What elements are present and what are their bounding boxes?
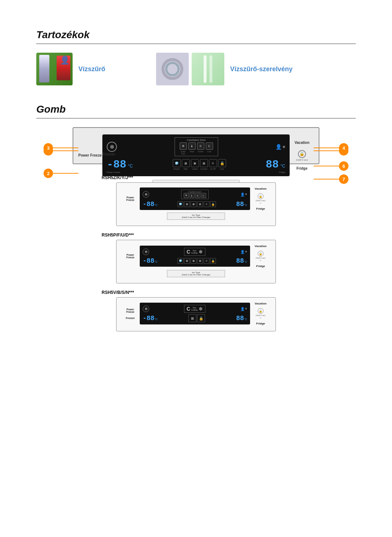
sub-csz-i1-rsh5z: ❄ xyxy=(184,193,189,198)
sub-top-row-rsh5p: PowerFreeze ❄ C Twin Cooling xyxy=(122,245,270,268)
number-6: 6 xyxy=(339,161,348,171)
sub-tc-text-rsh5p: Twin Cooling xyxy=(191,250,197,254)
annotation-2: 2 xyxy=(44,169,78,178)
sub-tc-c-rsh5p: C xyxy=(187,249,190,255)
sub-mi2-rsh5z: ▦ xyxy=(184,201,190,207)
arrow-line-2 xyxy=(53,173,78,174)
sub-temp-left-val-rsh5v: -88 xyxy=(143,315,154,322)
sub-lock-arrow-rsh5v: ↵ xyxy=(260,317,261,319)
sub-mi1-rsh5v: ▦ xyxy=(188,314,196,322)
pipe-images xyxy=(156,53,224,85)
model-rsh5v-label: RSH5V/B/S/N*** xyxy=(102,290,356,295)
sub-top-row-rsh5z: PowerFreeze ❄ CoolSelect Zone ❄ 🌡 0 xyxy=(122,187,270,210)
sub-lock-icon-rsh5z: 🔒 xyxy=(258,193,264,199)
annotation-3: 3 xyxy=(44,143,78,153)
csz-label-thaw: Thaw xyxy=(188,150,196,155)
accessory-filter: 👤 Vízszűrő xyxy=(36,53,105,85)
bottom-label-fridge: Fridge xyxy=(279,171,285,173)
annotation-7: 7 xyxy=(314,174,348,184)
filter-image: 👤 xyxy=(36,53,73,85)
sub-lock-area-rsh5p: 🔒 (Hold 3 sec) ↵ xyxy=(256,251,266,262)
sub-mi1-rsh5z: 🧊 xyxy=(177,201,183,207)
sub-vac-person-rsh5p: 👤 xyxy=(240,250,245,254)
sub-vacation-rsh5z: Vacation xyxy=(255,187,267,190)
fridge-label: Fridge xyxy=(297,166,308,171)
sub-temp-right-val-rsh5z: 88 xyxy=(236,201,244,208)
sub-vac-icon-rsh5z: 👤 ❄ xyxy=(240,193,247,197)
sub-power-freeze-rsh5z: PowerFreeze xyxy=(122,196,138,201)
sub-fridge-rsh5z: Fridge xyxy=(256,207,265,210)
sub-temp-right-val-rsh5v: 88 xyxy=(236,315,244,322)
model-rsh5z-section: RSH5Z/K/Y/J*** PowerFreeze ❄ CoolSelect … xyxy=(36,175,356,226)
sub-left-temp-rsh5z: -88°C xyxy=(143,201,158,208)
mi-label-crushed: Crushed xyxy=(200,168,208,170)
sub-tc-arrow-rsh5p: ❄ xyxy=(199,249,203,255)
sub-hold3sec-rsh5v: (Hold 3 sec) xyxy=(256,314,266,316)
coolselect-zone-box: CoolSelect Zone ❄ 🌡 0 C Quick Cool Thaw xyxy=(175,137,218,156)
sub-temp-right-deg-rsh5v: °C xyxy=(244,318,247,321)
sub-tc-cooling-rsh5p: Cooling xyxy=(191,252,197,254)
csz-icons-row: ❄ 🌡 0 C xyxy=(178,142,215,150)
sub-mi3-rsh5p: ▣ xyxy=(191,258,196,264)
vacation-label: Vacation xyxy=(294,140,309,145)
sub-mi3-rsh5z: ▣ xyxy=(191,201,196,207)
mi-filter: ▦ xyxy=(182,159,190,167)
sub-mi5-rsh5p: ⊘ xyxy=(204,258,209,264)
sub-tc-text-rsh5v: Twin Cooling xyxy=(191,307,197,311)
sub-temp-left-deg-rsh5z: °C xyxy=(154,203,158,207)
accessories-title: Tartozékok xyxy=(36,29,356,41)
accessories-section: Tartozékok 👤 Vízszűrő xyxy=(36,29,356,85)
sub-left-label-rsh5z: PowerFreeze xyxy=(122,196,138,201)
accessories-divider xyxy=(36,44,356,44)
sub-display-bottom-rsh5p: -88°C 🧊 ▦ ▣ ▦ ⊘ 🔒 88°C xyxy=(143,257,247,265)
display-top-row: ❄ CoolSelect Zone ❄ 🌡 0 C xyxy=(107,137,285,156)
sub-display-top-rsh5p: ❄ C Twin Cooling ❄ 👤 xyxy=(143,248,247,256)
model-rsh5z-panel: PowerFreeze ❄ CoolSelect Zone ❄ 🌡 0 xyxy=(116,182,276,226)
accessory-pipe: Vízszűrő-szerelvény xyxy=(156,53,293,85)
sub-left-temp-rsh5v: -88°C xyxy=(143,315,158,322)
csz-icon-quickcool: ❄ xyxy=(180,142,187,150)
csz-label-quickcool: Quick Cool xyxy=(180,150,187,155)
sub-lock-arrow-rsh5p: ↵ xyxy=(260,259,261,262)
arrow-line-3 xyxy=(53,148,78,148)
sub-hold3sec-rsh5z: (Hold 3 sec) xyxy=(256,199,266,202)
sub-vac-snow-rsh5p: ❄ xyxy=(245,250,247,253)
sub-csz-i3-rsh5z: 0 xyxy=(195,193,200,198)
display-bottom-row: -88 °C 🧊 ▦ ▣ ▦ ⊘ xyxy=(107,158,285,171)
coolselect-zone-label: CoolSelect Zone xyxy=(178,139,215,141)
right-temp-degree: °C xyxy=(281,163,285,169)
vacation-snowflake-icon: ❄ xyxy=(282,145,285,149)
number-7: 7 xyxy=(339,174,348,184)
sub-display-top-rsh5z: ❄ CoolSelect Zone ❄ 🌡 0 C xyxy=(143,190,247,199)
sub-ice-bar-rsh5p: Ice Type (Hold 3 sec for Filter Change) xyxy=(167,270,225,277)
sub-vac-snow-rsh5z: ❄ xyxy=(245,193,247,196)
sub-vacation-rsh5v: Vacation xyxy=(255,302,267,305)
annotation-4: 4 xyxy=(314,143,348,153)
sub-display-bottom-rsh5z: -88°C 🧊 ▦ ▣ ▦ ⊘ 🔒 88°C xyxy=(143,201,247,208)
middle-labels-row: Freezer Filter Cubed Crushed Ice Off Loc… xyxy=(173,168,226,170)
csz-labels-row: Quick Cool Thaw 0 Zone Cool xyxy=(178,150,215,155)
mi-iceoff: ⊘ xyxy=(209,159,217,167)
buttons-divider xyxy=(36,118,356,118)
sub-lock-icon-rsh5v: 🔒 xyxy=(258,308,264,314)
sub-freezer-rsh5v: Freezer xyxy=(122,317,138,319)
sub-lock-icon-rsh5p: 🔒 xyxy=(258,251,264,257)
sub-temp-left-deg-rsh5p: °C xyxy=(154,260,158,263)
arrow-line-4 xyxy=(314,148,339,148)
sub-mi2-rsh5v: 🔒 xyxy=(197,314,205,322)
arrow-line-6 xyxy=(314,166,339,166)
right-temp-area: 88 °C xyxy=(266,158,285,171)
arrow-line-7 xyxy=(314,179,339,179)
sub-ice-bar-rsh5z: Ice Type (Hold 3 sec for Filter Change) xyxy=(167,213,225,220)
sub-twincool-rsh5p: C Twin Cooling ❄ xyxy=(184,248,205,256)
sub-pf-icon-rsh5z: ❄ xyxy=(143,191,149,198)
page-root: Tartozékok 👤 Vízszűrő xyxy=(0,0,392,364)
pipe-coil-image xyxy=(156,53,189,85)
sub-vacation-rsh5p: Vacation xyxy=(255,245,267,248)
sub-csz-rsh5z: CoolSelect Zone ❄ 🌡 0 C xyxy=(181,190,209,199)
csz-icon-0zone: 0 xyxy=(197,142,204,150)
mi-label-lock: Lock xyxy=(218,168,226,170)
sub-mi6-rsh5z: 🔒 xyxy=(210,201,216,207)
sub-twincool-rsh5v: C Twin Cooling ❄ xyxy=(184,305,205,313)
sub-display-rsh5p: ❄ C Twin Cooling ❄ 👤 xyxy=(140,246,250,267)
